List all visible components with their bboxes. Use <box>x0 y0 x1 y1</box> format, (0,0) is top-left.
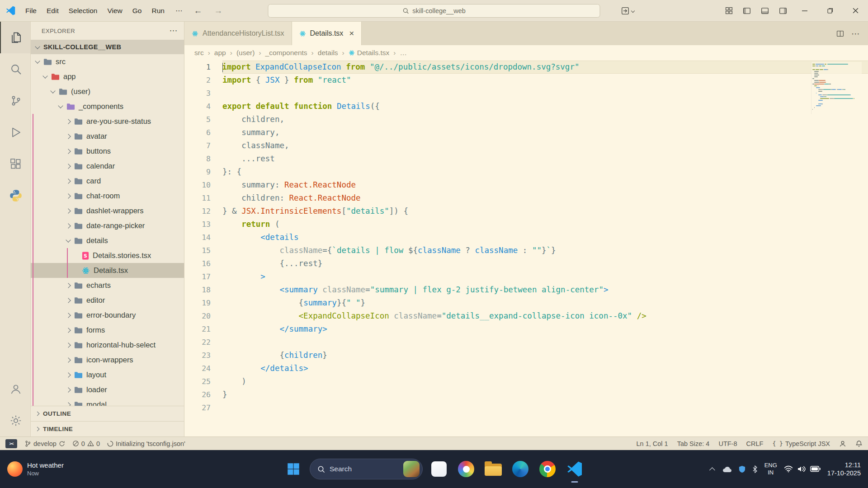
menu-selection[interactable]: Selection <box>64 5 103 17</box>
tab-Details.tsx[interactable]: Details.tsx× <box>292 22 362 45</box>
code-line-20[interactable]: 20 <ExpandCollapseIcon className="detail… <box>184 310 868 323</box>
code-text[interactable]: <details <box>222 231 868 244</box>
code-line-25[interactable]: 25 ) <box>184 375 868 388</box>
tree-item[interactable]: calendar <box>31 159 184 174</box>
line-number[interactable]: 15 <box>184 244 222 257</box>
line-number[interactable]: 9 <box>184 165 222 178</box>
account-activity-icon[interactable] <box>0 373 30 405</box>
workspace-root-folder[interactable]: SKILL-COLLEGE__WEB <box>31 40 184 54</box>
line-number[interactable]: 21 <box>184 323 222 336</box>
tree-item[interactable]: dashlet-wrappers <box>31 203 184 218</box>
close-tab-button[interactable]: × <box>349 28 354 38</box>
split-editor-button[interactable] <box>836 30 844 38</box>
code-line-21[interactable]: 21 </summary> <box>184 323 868 336</box>
line-number[interactable]: 10 <box>184 178 222 192</box>
tree-item[interactable]: echarts <box>31 278 184 293</box>
code-line-26[interactable]: 26} <box>184 388 868 401</box>
code-text[interactable] <box>222 87 868 100</box>
line-number[interactable]: 17 <box>184 270 222 283</box>
code-text[interactable]: ) <box>222 375 868 388</box>
tree-item[interactable]: error-boundary <box>31 308 184 323</box>
code-text[interactable]: <summary className="summary | flex g-2 j… <box>222 283 868 296</box>
timeline-section[interactable]: TIMELINE <box>31 421 184 436</box>
code-line-24[interactable]: 24 </details> <box>184 362 868 375</box>
tree-item[interactable]: are-you-sure-status <box>31 114 184 129</box>
code-text[interactable]: import ExpandCollapseIcon from "@/../pub… <box>222 61 868 74</box>
menu-run[interactable]: Run <box>146 5 169 17</box>
code-line-7[interactable]: 7 className, <box>184 139 868 152</box>
python-activity-icon[interactable] <box>0 180 30 211</box>
tree-item[interactable]: _components <box>31 99 184 114</box>
code-line-1[interactable]: 1import ExpandCollapseIcon from "@/../pu… <box>184 61 868 74</box>
notifications-bell-button[interactable] <box>855 440 863 447</box>
line-number[interactable]: 27 <box>184 401 222 414</box>
search-activity-icon[interactable] <box>0 53 30 85</box>
tree-item[interactable]: forms <box>31 323 184 338</box>
hidden-icons-chevron[interactable] <box>709 467 715 473</box>
code-line-14[interactable]: 14 <details <box>184 231 868 244</box>
code-text[interactable]: > <box>222 270 868 283</box>
code-text[interactable]: } & JSX.IntrinsicElements["details"]) { <box>222 205 868 218</box>
extensions-activity-icon[interactable] <box>0 148 30 180</box>
minimize-button[interactable] <box>792 0 817 21</box>
line-number[interactable]: 25 <box>184 375 222 388</box>
code-text[interactable]: </details> <box>222 362 868 375</box>
explorer-more-actions-button[interactable]: ⋯ <box>170 26 178 36</box>
code-line-11[interactable]: 11 children: React.ReactNode <box>184 192 868 205</box>
code-line-12[interactable]: 12} & JSX.IntrinsicElements["details"]) … <box>184 205 868 218</box>
line-number[interactable]: 4 <box>184 100 222 113</box>
toggle-primary-sidebar-button[interactable] <box>738 0 756 21</box>
problems-status[interactable]: 0 0 <box>72 440 100 447</box>
toggle-panel-button[interactable] <box>756 0 774 21</box>
run-and-debug-activity-icon[interactable] <box>0 117 30 148</box>
breadcrumb-item[interactable]: details <box>318 49 338 57</box>
file-explorer-icon[interactable] <box>482 458 504 480</box>
cursor-position-status[interactable]: Ln 1, Col 1 <box>637 440 668 447</box>
code-text[interactable]: children: React.ReactNode <box>222 192 868 205</box>
code-line-22[interactable]: 22 <box>184 336 868 349</box>
close-button[interactable] <box>843 0 868 21</box>
back-button[interactable]: ← <box>188 6 208 16</box>
line-number[interactable]: 13 <box>184 218 222 231</box>
code-text[interactable]: className, <box>222 139 868 152</box>
line-number[interactable]: 19 <box>184 296 222 310</box>
code-text[interactable]: </summary> <box>222 323 868 336</box>
editor-more-actions-button[interactable]: ⋯ <box>851 28 860 39</box>
quick-settings[interactable] <box>784 465 821 473</box>
tree-item[interactable]: chat-room <box>31 188 184 203</box>
tree-item[interactable]: (user) <box>31 84 184 99</box>
encoding-status[interactable]: UTF-8 <box>718 440 737 447</box>
outline-section[interactable]: OUTLINE <box>31 406 184 421</box>
chrome-icon[interactable] <box>537 458 558 480</box>
start-button[interactable] <box>283 458 304 480</box>
code-text[interactable] <box>222 336 868 349</box>
indentation-status[interactable]: Tab Size: 4 <box>677 440 710 447</box>
feedback-button[interactable] <box>839 440 846 447</box>
line-number[interactable]: 26 <box>184 388 222 401</box>
tree-item[interactable]: app <box>31 69 184 84</box>
tree-item[interactable]: modal <box>31 397 184 406</box>
code-line-15[interactable]: 15 className={`details | flow ${classNam… <box>184 244 868 257</box>
line-number[interactable]: 2 <box>184 74 222 87</box>
breadcrumb-item[interactable]: app <box>214 49 226 57</box>
photos-icon[interactable] <box>455 458 477 480</box>
code-text[interactable]: ...rest <box>222 152 868 165</box>
tree-item[interactable]: src <box>31 54 184 69</box>
code-editor[interactable]: 1import ExpandCollapseIcon from "@/../pu… <box>184 61 868 436</box>
breadcrumb-item[interactable]: Details.tsx <box>349 49 390 57</box>
explorer-activity-icon[interactable] <box>0 22 30 53</box>
copilot-icon[interactable] <box>428 458 450 480</box>
code-line-4[interactable]: 4export default function Details({ <box>184 100 868 113</box>
menu-go[interactable]: Go <box>127 5 147 17</box>
line-number[interactable]: 16 <box>184 257 222 270</box>
line-number[interactable]: 5 <box>184 113 222 126</box>
security-shield-icon[interactable] <box>739 465 745 473</box>
breadcrumb-item[interactable]: (user) <box>236 49 255 57</box>
breadcrumb-item[interactable]: src <box>194 49 204 57</box>
line-number[interactable]: 14 <box>184 231 222 244</box>
code-line-9[interactable]: 9}: { <box>184 165 868 178</box>
menu-more-button[interactable]: ⋯ <box>170 5 188 17</box>
customize-layout-button[interactable] <box>720 0 738 21</box>
line-number[interactable]: 1 <box>184 61 222 74</box>
source-control-activity-icon[interactable] <box>0 85 30 117</box>
